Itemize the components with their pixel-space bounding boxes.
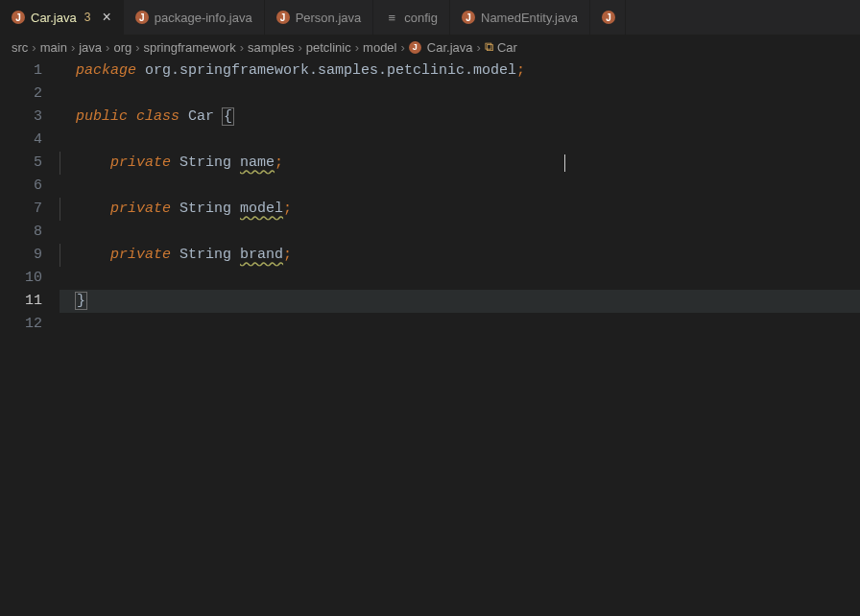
breadcrumb: src›main›java›org›springframework›sample…	[0, 35, 860, 59]
code-line[interactable]	[60, 267, 860, 290]
java-icon: J	[602, 11, 615, 24]
line-number: 12	[0, 313, 42, 336]
code-line[interactable]: private String model;	[60, 198, 860, 221]
code-editor[interactable]: 123456789101112 package org.springframew…	[0, 59, 860, 336]
line-number: 6	[0, 175, 42, 198]
tab-label: Car.java	[31, 11, 77, 25]
java-icon: J	[462, 11, 475, 24]
code-line[interactable]: }	[60, 290, 860, 313]
line-number: 1	[0, 59, 42, 83]
editor-tabs: JCar.java3×Jpackage-info.javaJPerson.jav…	[0, 0, 860, 35]
code-line[interactable]	[60, 175, 860, 198]
breadcrumb-file[interactable]: Car.java	[427, 40, 473, 55]
tab-person-java[interactable]: JPerson.java	[265, 0, 374, 35]
java-icon: J	[135, 11, 149, 24]
chevron-right-icon: ›	[32, 40, 36, 55]
chevron-right-icon: ›	[401, 40, 405, 55]
code-line[interactable]: public class Car {	[60, 106, 860, 129]
tab-car-java[interactable]: JCar.java3×	[0, 0, 124, 35]
breadcrumb-segment[interactable]: samples	[248, 40, 294, 55]
chevron-right-icon: ›	[71, 40, 75, 55]
breadcrumb-segment[interactable]: petclinic	[306, 40, 351, 55]
line-number: 8	[0, 221, 42, 244]
code-line[interactable]	[60, 83, 860, 106]
code-line[interactable]: private String name;	[60, 152, 860, 175]
tab-label: Person.java	[296, 11, 362, 25]
breadcrumb-segment[interactable]: springframework	[144, 40, 236, 55]
code-line[interactable]	[60, 221, 860, 244]
chevron-right-icon: ›	[240, 40, 244, 55]
breadcrumb-symbol[interactable]: Car	[497, 40, 517, 55]
chevron-right-icon: ›	[355, 40, 359, 55]
breadcrumb-segment[interactable]: org	[113, 40, 131, 55]
code-line[interactable]: package org.springframework.samples.petc…	[60, 59, 860, 83]
code-line[interactable]	[60, 129, 860, 152]
breadcrumb-segment[interactable]: java	[79, 40, 102, 55]
tab-label: package-info.java	[155, 11, 252, 25]
java-icon: J	[12, 11, 25, 24]
code-area[interactable]: package org.springframework.samples.petc…	[60, 59, 860, 336]
chevron-right-icon: ›	[106, 40, 109, 55]
java-icon: J	[276, 11, 290, 24]
tab-label: config	[404, 11, 438, 25]
line-gutter: 123456789101112	[0, 59, 60, 336]
line-number: 9	[0, 244, 42, 267]
java-icon: J	[409, 41, 421, 54]
tab-config[interactable]: ≡config	[373, 0, 450, 35]
line-number: 4	[0, 129, 42, 152]
breadcrumb-segment[interactable]: main	[40, 40, 67, 55]
line-number: 11	[0, 290, 42, 313]
tab-label: NamedEntity.java	[481, 11, 578, 25]
line-number: 5	[0, 152, 42, 175]
breadcrumb-segment[interactable]: model	[363, 40, 396, 55]
chevron-right-icon: ›	[477, 40, 481, 55]
code-line[interactable]	[60, 313, 860, 336]
file-icon: ≡	[385, 11, 398, 24]
code-line[interactable]: private String brand;	[60, 244, 860, 267]
tab-namedentity-java[interactable]: JNamedEntity.java	[450, 0, 590, 35]
modified-count: 3	[84, 11, 91, 24]
chevron-right-icon: ›	[135, 40, 139, 55]
tab-file[interactable]: J	[590, 0, 626, 35]
line-number: 10	[0, 267, 42, 290]
chevron-right-icon: ›	[298, 40, 301, 55]
class-icon: ⧉	[485, 39, 493, 55]
text-caret	[564, 154, 565, 172]
tab-package-info-java[interactable]: Jpackage-info.java	[124, 0, 265, 35]
line-number: 7	[0, 198, 42, 221]
line-number: 3	[0, 106, 42, 129]
breadcrumb-segment[interactable]: src	[12, 40, 28, 55]
line-number: 2	[0, 83, 42, 106]
close-icon[interactable]: ×	[102, 10, 110, 25]
